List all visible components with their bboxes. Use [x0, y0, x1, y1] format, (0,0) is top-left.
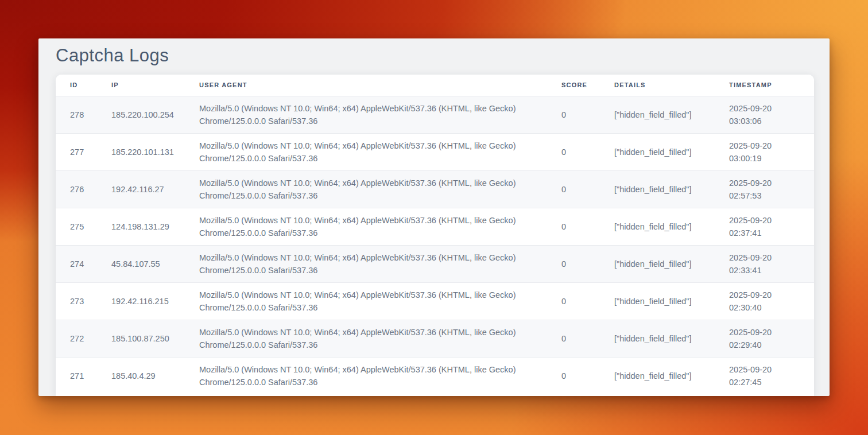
cell-timestamp: 2025-09-20 03:03:06 — [729, 96, 814, 133]
cell-score: 0 — [561, 170, 614, 208]
cell-details: ["hidden_field_filled"] — [614, 245, 729, 282]
column-header-score: SCORE — [561, 75, 614, 96]
cell-user-agent: Mozilla/5.0 (Windows NT 10.0; Win64; x64… — [199, 133, 561, 170]
cell-ip: 192.42.116.215 — [111, 282, 199, 320]
cell-details: ["hidden_field_filled"] — [614, 357, 729, 394]
column-header-ip: IP — [111, 75, 199, 96]
column-header-user-agent: USER AGENT — [199, 75, 561, 96]
cell-id: 275 — [56, 208, 111, 245]
cell-details: ["hidden_field_filled"] — [614, 282, 729, 320]
cell-ip: 185.100.87.250 — [111, 320, 199, 357]
cell-id: 276 — [56, 170, 111, 208]
cell-user-agent: Mozilla/5.0 (Windows NT 10.0; Win64; x64… — [199, 208, 561, 245]
cell-details: ["hidden_field_filled"] — [614, 133, 729, 170]
cell-timestamp: 2025-09-20 02:37:41 — [729, 208, 814, 245]
cell-details: ["hidden_field_filled"] — [614, 96, 729, 133]
cell-ip: 124.198.131.29 — [111, 208, 199, 245]
cell-score: 0 — [561, 357, 614, 394]
cell-timestamp: 2025-09-20 02:57:53 — [729, 170, 814, 208]
cell-user-agent: Mozilla/5.0 (Windows NT 10.0; Win64; x64… — [199, 245, 561, 282]
logs-table: ID IP USER AGENT SCORE DETAILS TIMESTAMP… — [56, 75, 814, 394]
cell-timestamp: 2025-09-20 03:00:19 — [729, 133, 814, 170]
table-row: 275 124.198.131.29 Mozilla/5.0 (Windows … — [56, 208, 814, 245]
cell-timestamp: 2025-09-20 02:29:40 — [729, 320, 814, 357]
table-row: 271 185.40.4.29 Mozilla/5.0 (Windows NT … — [56, 357, 814, 394]
table-header-row: ID IP USER AGENT SCORE DETAILS TIMESTAMP — [56, 75, 814, 96]
page-title: Captcha Logs — [56, 45, 830, 66]
column-header-details: DETAILS — [614, 75, 729, 96]
cell-ip: 185.40.4.29 — [111, 357, 199, 394]
captcha-logs-table: ID IP USER AGENT SCORE DETAILS TIMESTAMP… — [56, 75, 814, 396]
cell-user-agent: Mozilla/5.0 (Windows NT 10.0; Win64; x64… — [199, 357, 561, 394]
cell-timestamp: 2025-09-20 02:27:45 — [729, 357, 814, 394]
captcha-logs-card: Captcha Logs ID IP USER AGENT SCORE DETA… — [38, 38, 830, 396]
cell-ip: 185.220.101.131 — [111, 133, 199, 170]
cell-details: ["hidden_field_filled"] — [614, 208, 729, 245]
cell-user-agent: Mozilla/5.0 (Windows NT 10.0; Win64; x64… — [199, 282, 561, 320]
cell-score: 0 — [561, 320, 614, 357]
table-row: 277 185.220.101.131 Mozilla/5.0 (Windows… — [56, 133, 814, 170]
table-row: 276 192.42.116.27 Mozilla/5.0 (Windows N… — [56, 170, 814, 208]
table-row: 278 185.220.100.254 Mozilla/5.0 (Windows… — [56, 96, 814, 133]
table-row: 274 45.84.107.55 Mozilla/5.0 (Windows NT… — [56, 245, 814, 282]
cell-id: 272 — [56, 320, 111, 357]
cell-id: 277 — [56, 133, 111, 170]
cell-ip: 45.84.107.55 — [111, 245, 199, 282]
table-body: 278 185.220.100.254 Mozilla/5.0 (Windows… — [56, 96, 814, 394]
cell-timestamp: 2025-09-20 02:33:41 — [729, 245, 814, 282]
cell-score: 0 — [561, 96, 614, 133]
cell-timestamp: 2025-09-20 02:30:40 — [729, 282, 814, 320]
cell-id: 278 — [56, 96, 111, 133]
cell-score: 0 — [561, 133, 614, 170]
cell-score: 0 — [561, 208, 614, 245]
table-row: 273 192.42.116.215 Mozilla/5.0 (Windows … — [56, 282, 814, 320]
cell-ip: 185.220.100.254 — [111, 96, 199, 133]
table-row: 272 185.100.87.250 Mozilla/5.0 (Windows … — [56, 320, 814, 357]
cell-id: 271 — [56, 357, 111, 394]
cell-details: ["hidden_field_filled"] — [614, 320, 729, 357]
cell-user-agent: Mozilla/5.0 (Windows NT 10.0; Win64; x64… — [199, 96, 561, 133]
cell-score: 0 — [561, 282, 614, 320]
cell-score: 0 — [561, 245, 614, 282]
cell-details: ["hidden_field_filled"] — [614, 170, 729, 208]
column-header-timestamp: TIMESTAMP — [729, 75, 814, 96]
cell-user-agent: Mozilla/5.0 (Windows NT 10.0; Win64; x64… — [199, 170, 561, 208]
cell-ip: 192.42.116.27 — [111, 170, 199, 208]
column-header-id: ID — [56, 75, 111, 96]
cell-id: 274 — [56, 245, 111, 282]
cell-user-agent: Mozilla/5.0 (Windows NT 10.0; Win64; x64… — [199, 320, 561, 357]
cell-id: 273 — [56, 282, 111, 320]
